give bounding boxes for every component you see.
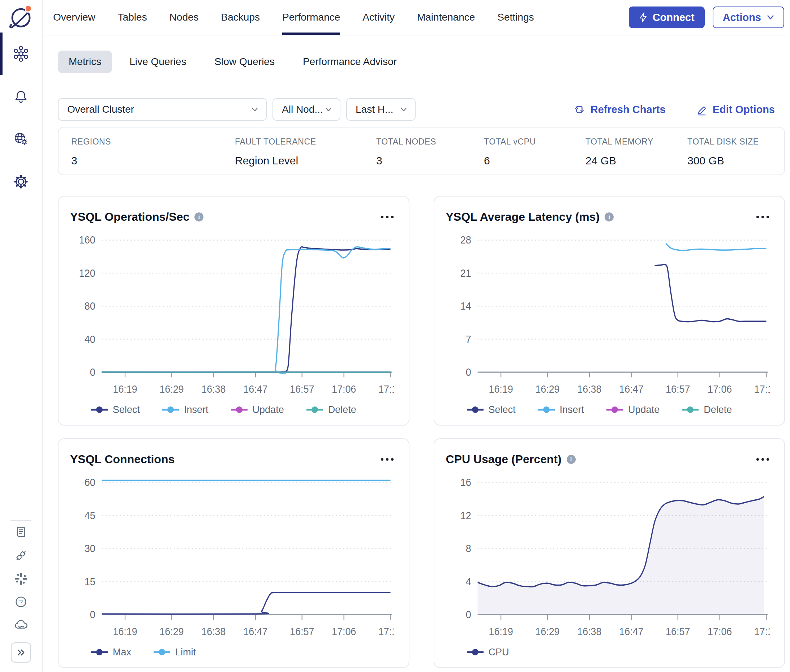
chart-card-cpu-usage: CPU Usage (Percent) i 048121616:1916:291… xyxy=(434,438,785,668)
nodes-select[interactable]: All Nod... xyxy=(272,98,340,121)
chart-menu-button[interactable] xyxy=(756,456,770,463)
y-axis-label: 14 xyxy=(460,300,471,312)
series-area-cpu xyxy=(478,496,764,614)
stat-value: 3 xyxy=(71,155,235,167)
chart-title: CPU Usage (Percent) xyxy=(446,453,562,466)
x-axis-label: 17:06 xyxy=(708,383,732,395)
x-axis-label: 17:06 xyxy=(708,626,732,637)
stat-total-disk-size: TOTAL DISK SIZE 300 GB xyxy=(687,137,784,174)
legend-item-update[interactable]: Update xyxy=(231,404,284,416)
sidebar-item-settings[interactable] xyxy=(0,160,42,203)
sidebar-item-help[interactable]: ? xyxy=(0,590,42,613)
series-line-max xyxy=(102,592,391,614)
chart-menu-button[interactable] xyxy=(380,213,394,221)
tab-settings[interactable]: Settings xyxy=(497,0,534,35)
sidebar-item-alerts[interactable] xyxy=(0,75,42,118)
y-axis-label: 15 xyxy=(85,575,95,587)
stat-regions: REGIONS 3 xyxy=(71,137,235,174)
stat-fault-tolerance: FAULT TOLERANCE Region Level xyxy=(235,137,376,174)
actions-button[interactable]: Actions xyxy=(713,6,784,28)
y-axis-label: 0 xyxy=(90,608,95,620)
performance-subtabs: Metrics Live Queries Slow Queries Perfor… xyxy=(58,51,785,73)
x-axis-label: 17:06 xyxy=(332,626,356,637)
chart-menu-button[interactable] xyxy=(756,213,770,221)
tab-maintenance[interactable]: Maintenance xyxy=(417,0,475,35)
legend-item-delete[interactable]: Delete xyxy=(306,404,356,416)
x-axis-label: 16:47 xyxy=(619,626,643,637)
sidebar-item-docs[interactable] xyxy=(0,521,42,544)
subtab-metrics[interactable]: Metrics xyxy=(58,51,112,73)
tab-overview[interactable]: Overview xyxy=(53,0,95,35)
subtab-slow-queries[interactable]: Slow Queries xyxy=(204,51,285,73)
actions-label: Actions xyxy=(723,11,761,24)
chart-plot: 01530456016:1916:2916:3816:4716:5717:061… xyxy=(70,467,394,643)
legend-item-limit[interactable]: Limit xyxy=(154,647,196,658)
legend-item-insert[interactable]: Insert xyxy=(162,404,208,416)
legend-marker-icon xyxy=(162,406,179,413)
y-axis-label: 16 xyxy=(460,476,471,488)
legend-item-update[interactable]: Update xyxy=(606,404,660,416)
y-axis-label: 80 xyxy=(85,300,95,312)
info-icon[interactable]: i xyxy=(567,455,576,464)
sidebar-item-clusters[interactable] xyxy=(0,32,42,75)
tab-tables[interactable]: Tables xyxy=(118,0,147,35)
y-axis-label: 21 xyxy=(460,267,471,279)
tab-activity[interactable]: Activity xyxy=(362,0,395,35)
info-icon[interactable]: i xyxy=(194,213,204,221)
refresh-charts-link[interactable]: Refresh Charts xyxy=(573,103,666,115)
refresh-charts-label: Refresh Charts xyxy=(591,104,666,115)
tab-backups[interactable]: Backups xyxy=(221,0,260,35)
gear-icon xyxy=(13,173,29,190)
info-icon[interactable]: i xyxy=(605,213,614,221)
chart-plot: 048121616:1916:2916:3816:4716:5717:0617:… xyxy=(446,467,770,643)
cluster-select[interactable]: Overall Cluster xyxy=(58,98,267,121)
chevron-down-icon xyxy=(767,15,774,20)
stat-label: FAULT TOLERANCE xyxy=(235,137,376,147)
chevron-down-icon xyxy=(325,107,332,112)
main-area: Overview Tables Nodes Backups Performanc… xyxy=(43,0,790,672)
legend-item-delete[interactable]: Delete xyxy=(682,404,732,416)
series-line-insert xyxy=(102,247,391,373)
sidebar-item-slack[interactable] xyxy=(0,567,42,590)
edit-options-link[interactable]: Edit Options xyxy=(695,103,775,116)
plug-icon xyxy=(13,548,29,563)
legend-item-cpu[interactable]: CPU xyxy=(467,647,509,658)
chart-card-ysql-latency: YSQL Average Latency (ms) i 0714212816:1… xyxy=(434,196,785,426)
sidebar-item-cloud-status[interactable] xyxy=(0,613,42,637)
legend-label: Select xyxy=(113,404,140,416)
subtab-performance-advisor[interactable]: Performance Advisor xyxy=(292,51,408,73)
time-range-select[interactable]: Last H... xyxy=(346,98,416,121)
legend-item-insert[interactable]: Insert xyxy=(538,404,584,416)
x-axis-label: 17:16 xyxy=(754,626,770,637)
legend-marker-icon xyxy=(154,648,170,656)
y-axis-label: 45 xyxy=(85,509,95,522)
legend-item-select[interactable]: Select xyxy=(91,404,140,416)
connect-button[interactable]: Connect xyxy=(629,6,705,28)
chart-legend: SelectInsertUpdateDelete xyxy=(446,402,770,418)
tab-performance[interactable]: Performance xyxy=(282,0,340,35)
subtab-live-queries[interactable]: Live Queries xyxy=(119,51,197,73)
x-axis-label: 16:47 xyxy=(243,626,268,637)
legend-label: Limit xyxy=(175,647,196,658)
series-line-select xyxy=(102,247,391,372)
svg-text:?: ? xyxy=(19,598,23,606)
sidebar-expand-button[interactable] xyxy=(11,642,31,662)
sidebar-item-integrations[interactable] xyxy=(0,544,42,567)
chevron-down-icon xyxy=(252,107,258,112)
x-axis-label: 16:38 xyxy=(201,383,226,395)
legend-marker-icon xyxy=(606,406,623,413)
x-axis-label: 16:29 xyxy=(535,383,559,395)
legend-label: Select xyxy=(489,404,516,416)
stat-label: TOTAL vCPU xyxy=(484,137,585,147)
y-axis-label: 4 xyxy=(465,575,471,587)
legend-item-max[interactable]: Max xyxy=(91,647,131,658)
legend-label: Insert xyxy=(184,404,208,416)
sidebar-item-network[interactable] xyxy=(0,118,42,160)
y-axis-label: 30 xyxy=(85,542,95,554)
legend-item-select[interactable]: Select xyxy=(467,404,516,416)
tab-nodes[interactable]: Nodes xyxy=(170,0,199,35)
chart-menu-button[interactable] xyxy=(380,456,394,463)
x-axis-label: 16:38 xyxy=(577,383,601,395)
yugabyte-logo[interactable] xyxy=(8,3,34,30)
stat-value: Region Level xyxy=(235,155,376,167)
